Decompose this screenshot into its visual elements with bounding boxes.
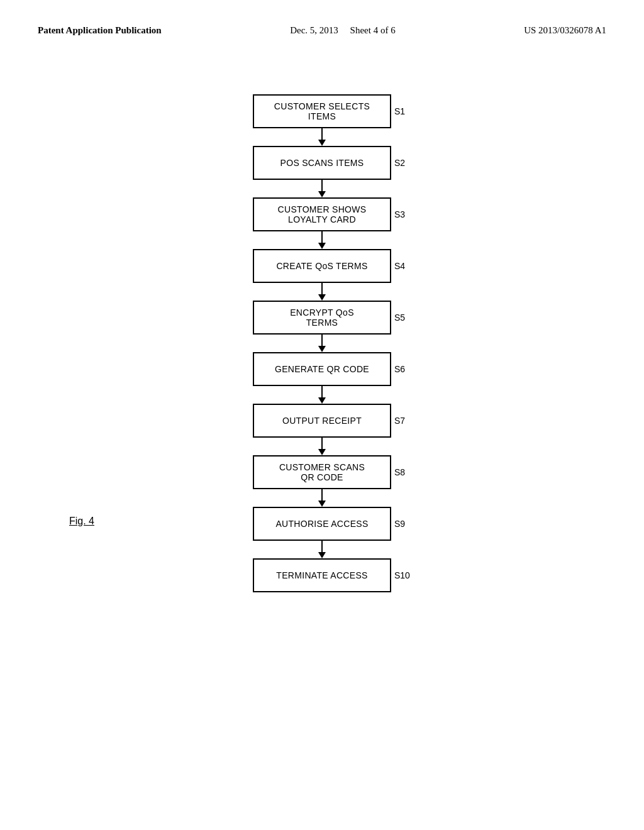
- arrow-3: [253, 283, 391, 301]
- figure-label: Fig. 4: [69, 516, 94, 527]
- flow-step-s10: TERMINATE ACCESSS10: [253, 558, 391, 592]
- flow-box-s6: GENERATE QR CODE: [253, 352, 391, 386]
- flow-step-s6: GENERATE QR CODES6: [253, 352, 391, 386]
- arrow-head: [318, 449, 326, 455]
- step-label-s8: S8: [394, 467, 405, 477]
- date-sheet: Dec. 5, 2013 Sheet 4 of 6: [290, 25, 395, 36]
- flow-box-s3: CUSTOMER SHOWSLOYALTY CARD: [253, 197, 391, 231]
- flowchart: CUSTOMER SELECTSITEMSS1POS SCANS ITEMSS2…: [0, 94, 644, 592]
- flow-step-s3: CUSTOMER SHOWSLOYALTY CARDS3: [253, 197, 391, 231]
- arrow-2: [253, 231, 391, 249]
- flow-step-s1: CUSTOMER SELECTSITEMSS1: [253, 94, 391, 128]
- flow-box-s8: CUSTOMER SCANSQR CODE: [253, 455, 391, 489]
- flow-box-s5: ENCRYPT QoSTERMS: [253, 301, 391, 335]
- step-label-s9: S9: [394, 519, 405, 529]
- arrow-0: [253, 128, 391, 146]
- flow-box-s9: AUTHORISE ACCESS: [253, 507, 391, 541]
- step-label-s2: S2: [394, 158, 405, 168]
- publication-label: Patent Application Publication: [38, 25, 162, 36]
- flow-box-s4: CREATE QoS TERMS: [253, 249, 391, 283]
- arrow-5: [253, 386, 391, 404]
- arrow-1: [253, 180, 391, 197]
- arrow-head: [318, 294, 326, 301]
- arrow-line: [321, 541, 323, 553]
- step-label-s5: S5: [394, 313, 405, 323]
- arrow-6: [253, 438, 391, 455]
- arrow-7: [253, 489, 391, 507]
- arrow-head: [318, 346, 326, 352]
- step-label-s10: S10: [394, 570, 410, 580]
- flow-box-s1: CUSTOMER SELECTSITEMS: [253, 94, 391, 128]
- arrow-head: [318, 140, 326, 146]
- arrow-4: [253, 335, 391, 352]
- date-label: Dec. 5, 2013: [290, 25, 338, 35]
- arrow-line: [321, 231, 323, 244]
- arrow-head: [318, 552, 326, 558]
- flow-step-s2: POS SCANS ITEMSS2: [253, 146, 391, 180]
- flow-step-s9: AUTHORISE ACCESSS9: [253, 507, 391, 541]
- sheet-label: Sheet 4 of 6: [350, 25, 396, 35]
- arrow-head: [318, 397, 326, 404]
- page-header: Patent Application Publication Dec. 5, 2…: [0, 0, 644, 36]
- step-label-s4: S4: [394, 261, 405, 271]
- arrow-head: [318, 501, 326, 507]
- arrow-8: [253, 541, 391, 558]
- flow-box-s7: OUTPUT RECEIPT: [253, 404, 391, 438]
- step-label-s3: S3: [394, 209, 405, 219]
- step-label-s1: S1: [394, 106, 405, 116]
- arrow-line: [321, 386, 323, 399]
- arrow-line: [321, 283, 323, 296]
- flow-step-s4: CREATE QoS TERMSS4: [253, 249, 391, 283]
- flow-step-s8: CUSTOMER SCANSQR CODES8: [253, 455, 391, 489]
- arrow-line: [321, 438, 323, 450]
- step-label-s6: S6: [394, 364, 405, 374]
- arrow-line: [321, 335, 323, 347]
- arrow-line: [321, 180, 323, 192]
- arrow-line: [321, 489, 323, 502]
- flow-box-s2: POS SCANS ITEMS: [253, 146, 391, 180]
- arrow-line: [321, 128, 323, 141]
- flow-step-s5: ENCRYPT QoSTERMSS5: [253, 301, 391, 335]
- arrow-head: [318, 243, 326, 249]
- arrow-head: [318, 191, 326, 197]
- flow-step-s7: OUTPUT RECEIPTS7: [253, 404, 391, 438]
- step-label-s7: S7: [394, 416, 405, 426]
- patent-number: US 2013/0326078 A1: [524, 25, 606, 36]
- flow-box-s10: TERMINATE ACCESS: [253, 558, 391, 592]
